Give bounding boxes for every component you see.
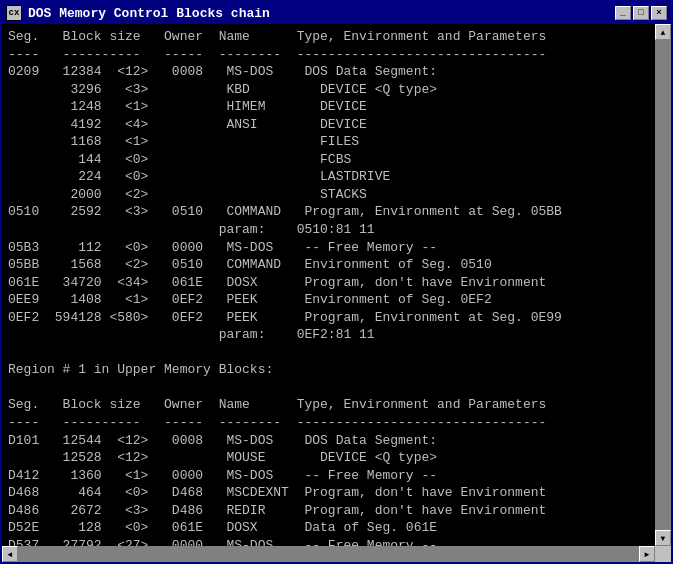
row-himem: 1248 <1> HIMEM DEVICE [8,99,367,114]
row-061e: 061E 34720 <34> 061E DOSX Program, don't… [8,275,546,290]
close-button[interactable]: × [651,6,667,20]
resize-corner [655,546,671,562]
row-d537: D537 27792 <27> 0000 MS-DOS -- Free Memo… [8,538,437,546]
row-lastdrive: 224 <0> LASTDRIVE [8,169,390,184]
title-bar: cx DOS Memory Control Blocks chain _ □ × [2,2,671,24]
main-body: Seg. Block size Owner Name Type, Environ… [2,24,671,546]
row-0ef2-param: param: 0EF2:81 11 [8,327,375,342]
row-mouse: 12528 <12> MOUSE DEVICE <Q type> [8,450,437,465]
row-stacks: 2000 <2> STACKS [8,187,367,202]
separator-1: ---- ---------- ----- -------- ---------… [8,47,546,62]
scroll-track-horizontal[interactable] [18,546,639,562]
col-header-1: Seg. Block size Owner Name Type, Environ… [8,29,546,44]
memory-display: Seg. Block size Owner Name Type, Environ… [8,28,649,546]
vertical-scrollbar: ▲ ▼ [655,24,671,546]
row-0ef2: 0EF2 594128 <580> 0EF2 PEEK Program, Env… [8,310,562,325]
scroll-right-button[interactable]: ► [639,546,655,562]
row-kbd: 3296 <3> KBD DEVICE <Q type> [8,82,437,97]
scroll-up-button[interactable]: ▲ [655,24,671,40]
main-window: cx DOS Memory Control Blocks chain _ □ ×… [0,0,673,564]
row-fcbs: 144 <0> FCBS [8,152,351,167]
row-d468: D468 464 <0> D468 MSCDEXNT Program, don'… [8,485,546,500]
window-title: DOS Memory Control Blocks chain [28,6,615,21]
row-0ee9: 0EE9 1408 <1> 0EF2 PEEK Environment of S… [8,292,492,307]
blank-line-1 [8,345,16,360]
scroll-left-button[interactable]: ◄ [2,546,18,562]
row-d486: D486 2672 <3> D486 REDIR Program, don't … [8,503,546,518]
row-0209: 0209 12384 <12> 0008 MS-DOS DOS Data Seg… [8,64,437,79]
horizontal-scrollbar: ◄ ► [2,546,655,562]
title-icon: cx [6,5,22,21]
minimize-button[interactable]: _ [615,6,631,20]
row-0510: 0510 2592 <3> 0510 COMMAND Program, Envi… [8,204,562,219]
row-d52e: D52E 128 <0> 061E DOSX Data of Seg. 061E [8,520,437,535]
maximize-button[interactable]: □ [633,6,649,20]
row-ansi: 4192 <4> ANSI DEVICE [8,117,367,132]
row-0510-param: param: 0510:81 11 [8,222,375,237]
scroll-track-vertical[interactable] [655,40,671,530]
content-area[interactable]: Seg. Block size Owner Name Type, Environ… [2,24,655,546]
col-header-2: Seg. Block size Owner Name Type, Environ… [8,397,546,412]
row-d101: D101 12544 <12> 0008 MS-DOS DOS Data Seg… [8,433,437,448]
scroll-down-button[interactable]: ▼ [655,530,671,546]
separator-2: ---- ---------- ----- -------- ---------… [8,415,546,430]
title-buttons: _ □ × [615,6,667,20]
region-header: Region # 1 in Upper Memory Blocks: [8,362,273,377]
row-files: 1168 <1> FILES [8,134,359,149]
row-d412: D412 1360 <1> 0000 MS-DOS -- Free Memory… [8,468,437,483]
row-05bb: 05BB 1568 <2> 0510 COMMAND Environment o… [8,257,492,272]
blank-line-2 [8,380,16,395]
row-05b3: 05B3 112 <0> 0000 MS-DOS -- Free Memory … [8,240,437,255]
bottom-bar: ◄ ► [2,546,671,562]
